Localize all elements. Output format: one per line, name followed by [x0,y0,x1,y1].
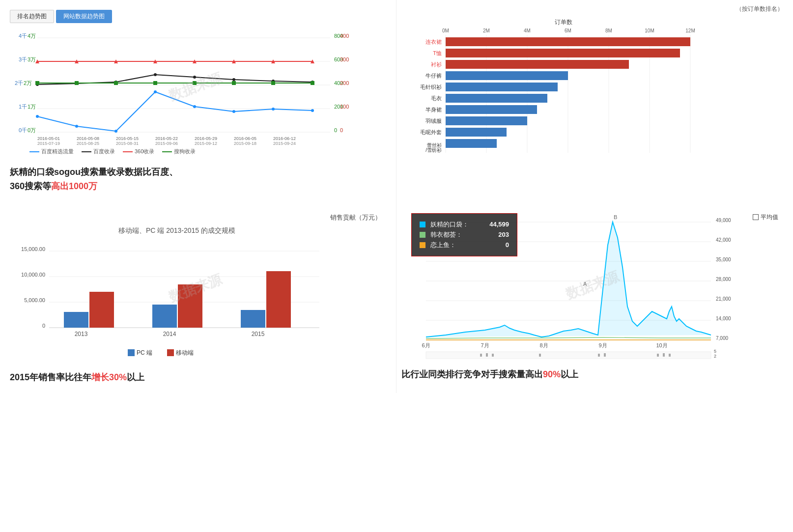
svg-rect-66 [153,81,157,85]
svg-point-46 [311,109,314,112]
svg-rect-124 [266,271,291,328]
svg-text:6M: 6M [565,28,571,33]
y-axis-label: 销售贡献（万元） [10,213,381,222]
svg-text:7,000: 7,000 [716,336,728,341]
svg-text:牛仔裤: 牛仔裤 [425,73,442,79]
svg-text:4千: 4千 [19,33,27,39]
top-right-panel: （按订单数排名） 订单数 0M 2M 4M 6M 8M 10M 12M [396,0,793,203]
tt-dot-1 [420,222,425,227]
tooltip-row-3: 恋上鱼： 0 [420,241,509,250]
svg-point-52 [232,78,235,81]
tooltip-box: 妖精的口袋： 44,599 韩衣都荟： 203 恋上鱼： 0 [411,213,517,256]
svg-text:10月: 10月 [656,342,667,348]
svg-text:4万: 4万 [28,33,36,39]
svg-rect-123 [241,310,265,328]
svg-rect-70 [311,81,314,85]
tab-website-data[interactable]: 网站数据趋势图 [56,10,112,23]
horizontal-bar-chart: 订单数 0M 2M 4M 6M 8M 10M 12M [406,15,783,148]
svg-text:2M: 2M [483,28,490,33]
svg-text:8M: 8M [605,28,612,33]
svg-rect-94 [446,83,558,91]
svg-rect-102 [446,128,507,137]
svg-text:毛衣: 毛衣 [431,95,442,101]
legend-baidu-index: 百度收录 [82,148,115,155]
svg-text:T恤: T恤 [433,50,442,56]
svg-text:2015-08-25: 2015-08-25 [77,141,99,146]
svg-text:0: 0 [340,127,343,133]
svg-rect-86 [446,37,690,46]
svg-text:2016-05-29: 2016-05-29 [195,136,217,141]
svg-text:2016-05-22: 2016-05-22 [155,136,178,141]
svg-rect-88 [446,49,680,57]
svg-text:15,000.00: 15,000.00 [21,246,45,252]
svg-text:14,000: 14,000 [716,316,731,321]
svg-rect-104 [446,139,497,148]
svg-text:PC 端: PC 端 [137,349,152,356]
svg-point-51 [193,76,196,79]
svg-text:订单数: 订单数 [555,19,572,26]
svg-rect-92 [446,71,568,80]
top-left-desc: 妖精的口袋sogou搜索量收录数据比百度、 360搜索等高出1000万 [10,165,381,194]
svg-text:5: 5 [714,349,716,354]
svg-text:5,000.00: 5,000.00 [24,297,45,303]
svg-rect-153 [486,353,488,357]
svg-point-43 [193,105,196,108]
tt-dot-2 [420,232,425,238]
svg-text:2015-09-12: 2015-09-12 [195,141,217,146]
svg-text:0: 0 [42,323,45,329]
svg-rect-64 [75,81,79,85]
svg-text:28,000: 28,000 [716,277,731,282]
legend-sogou-index: 搜狗收录 [162,148,196,155]
svg-rect-160 [669,354,671,357]
tt-label-3: 恋上鱼： [430,241,475,250]
svg-text:49,000: 49,000 [716,218,731,223]
svg-text:B: B [614,214,617,220]
svg-text:6月: 6月 [422,342,430,348]
svg-rect-69 [271,81,275,85]
tt-label-1: 妖精的口袋： [430,220,475,229]
svg-text:2016-05-15: 2016-05-15 [116,136,139,141]
svg-text:2015-09-06: 2015-09-06 [155,141,178,146]
tab-bar: 排名趋势图 网站数据趋势图 [10,10,381,23]
tt-label-2: 韩衣都荟： [430,230,475,239]
svg-text:7月: 7月 [481,342,489,348]
svg-rect-67 [193,81,197,85]
svg-point-42 [154,90,157,93]
svg-text:2015-09-18: 2015-09-18 [234,141,256,146]
svg-text:3千: 3千 [19,56,27,62]
svg-text:2016-05-01: 2016-05-01 [37,136,60,141]
svg-text:2016-05-08: 2016-05-08 [77,136,99,141]
svg-rect-158 [657,354,659,357]
svg-text:3万: 3万 [28,56,36,62]
svg-text:/雪纺衫: /雪纺衫 [425,147,442,153]
svg-text:35,000: 35,000 [716,257,731,262]
svg-text:12M: 12M [685,28,695,33]
trend-chart-area: 数据来源 4千 4万 3千 3万 2千 2万 1千 1万 0千 0万 800 4… [10,28,381,146]
svg-text:100: 100 [340,104,349,110]
svg-text:10M: 10M [645,28,654,33]
svg-rect-65 [114,81,118,85]
svg-text:8月: 8月 [539,342,548,348]
chart-legend: 百度精选流量 百度收录 360收录 搜狗收录 [10,148,381,155]
legend-baidu-flow: 百度精选流量 [29,148,74,155]
svg-text:毛针织衫: 毛针织衫 [420,84,442,90]
svg-rect-98 [446,105,537,114]
svg-text:移动端: 移动端 [176,349,194,356]
svg-rect-117 [64,312,88,328]
svg-rect-121 [178,284,202,328]
svg-text:半身裙: 半身裙 [425,107,442,112]
svg-text:2016-06-05: 2016-06-05 [234,136,256,141]
svg-rect-68 [232,81,236,85]
svg-text:毛呢外套: 毛呢外套 [420,129,442,135]
tab-ranking[interactable]: 排名趋势图 [10,10,54,23]
svg-text:0千: 0千 [19,127,27,133]
tt-val-1: 44,599 [480,221,509,228]
svg-rect-63 [35,81,39,85]
bottom-right-desc: 比行业同类排行竞争对手搜索量高出90%以上 [401,368,783,380]
svg-rect-156 [598,354,600,357]
svg-text:衬衫: 衬衫 [431,61,442,67]
avg-box [753,214,759,220]
svg-rect-100 [446,116,527,125]
svg-text:A: A [583,281,587,287]
svg-text:移动端、PC 端 2013-2015 的成交规模: 移动端、PC 端 2013-2015 的成交规模 [118,226,235,234]
